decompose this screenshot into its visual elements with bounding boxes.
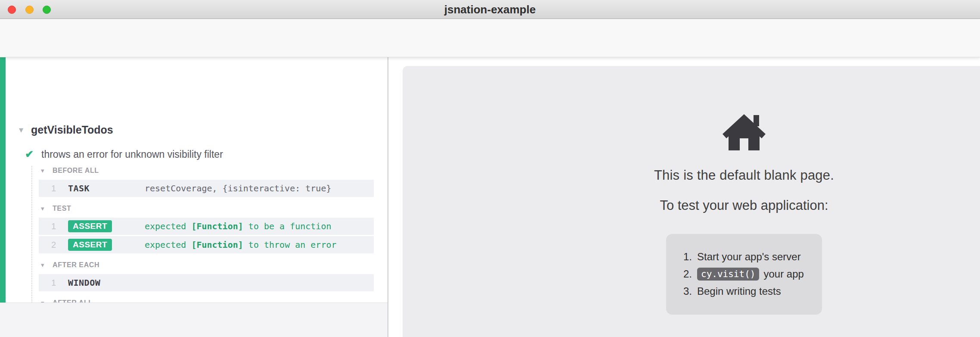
cy-visit-code-chip: cy.visit() — [697, 268, 759, 281]
command-message: expected [Function] to be a function — [145, 221, 332, 231]
command-name: ASSERT — [68, 220, 145, 232]
hook-label: BEFORE ALL — [53, 167, 99, 175]
caret-down-icon: ▾ — [41, 205, 53, 212]
command-number: 1 — [39, 278, 56, 288]
test-row[interactable]: ✔ throws an error for unknown visibility… — [0, 146, 379, 163]
hook-section: ▾TEST1ASSERTexpected [Function] to be a … — [0, 203, 388, 253]
command-number: 2 — [39, 240, 56, 250]
toolbar — [0, 19, 980, 57]
hook-section: ▾BEFORE ALL1TASKresetCoverage, {isintera… — [0, 165, 388, 197]
command-row[interactable]: 1ASSERTexpected [Function] to be a funct… — [39, 218, 374, 235]
hook-section: ▾AFTER ALL1TASKcombineCoverage, {/users/… — [0, 297, 388, 303]
command-log: ▾BEFORE ALL1TASKresetCoverage, {isintera… — [0, 165, 388, 303]
hook-section: ▾AFTER EACH1WINDOW — [0, 259, 388, 291]
hook-label: TEST — [53, 205, 71, 212]
command-row[interactable]: 2ASSERTexpected [Function] to throw an e… — [39, 236, 374, 253]
assert-badge: ASSERT — [68, 239, 112, 251]
blank-page-subheading: To test your web application: — [615, 198, 873, 213]
command-row[interactable]: 1TASKresetCoverage, {isinteractive: true… — [39, 180, 374, 197]
default-blank-page: This is the default blank page. To test … — [615, 66, 873, 315]
reporter-footer — [0, 303, 388, 337]
command-message: resetCoverage, {isinteractive: true} — [145, 183, 331, 193]
window-title: jsnation-example — [0, 0, 980, 19]
aut-iframe: This is the default blank page. To test … — [403, 66, 980, 337]
command-number: 1 — [39, 184, 56, 193]
minimize-window-button[interactable] — [25, 6, 34, 14]
suite-title: getVisibleTodos — [31, 124, 113, 136]
caret-down-icon: ▾ — [41, 167, 53, 175]
caret-down-icon: ▾ — [19, 125, 31, 135]
getting-started-step: 2.cy.visit()your app — [683, 265, 822, 283]
getting-started-step: 1.Start your app's server — [683, 248, 822, 265]
test-title: throws an error for unknown visibility f… — [41, 149, 223, 160]
test-passed-check-icon: ✔ — [25, 148, 41, 160]
caret-down-icon: ▾ — [41, 299, 53, 303]
suite-row-getvisibletodos[interactable]: ▾ getVisibleTodos — [0, 121, 379, 138]
blank-page-heading: This is the default blank page. — [615, 168, 873, 183]
hook-header[interactable]: ▾BEFORE ALL — [0, 165, 388, 176]
hook-label: AFTER EACH — [53, 261, 99, 269]
command-name: ASSERT — [68, 239, 145, 251]
reporter-panel: ▾ getVisibleTodos ✔ throws an error for … — [0, 57, 388, 303]
hook-header[interactable]: ▾AFTER EACH — [0, 259, 388, 271]
caret-down-icon: ▾ — [41, 261, 53, 269]
titlebar: jsnation-example — [0, 0, 980, 19]
command-number: 1 — [39, 222, 56, 231]
hook-header[interactable]: ▾AFTER ALL — [0, 297, 388, 303]
assert-badge: ASSERT — [68, 220, 112, 232]
hook-label: AFTER ALL — [53, 299, 93, 303]
close-window-button[interactable] — [8, 6, 16, 14]
getting-started-box: 1.Start your app's server2.cy.visit()you… — [666, 234, 822, 315]
getting-started-step: 3.Begin writing tests — [683, 283, 822, 300]
zoom-window-button[interactable] — [43, 6, 51, 14]
command-message: expected [Function] to throw an error — [145, 240, 337, 250]
command-name: TASK — [68, 183, 145, 193]
hook-header[interactable]: ▾TEST — [0, 203, 388, 214]
home-icon — [615, 114, 873, 150]
command-name: WINDOW — [68, 278, 145, 288]
aut-panel: This is the default blank page. To test … — [388, 57, 980, 337]
command-row[interactable]: 1WINDOW — [39, 274, 374, 291]
